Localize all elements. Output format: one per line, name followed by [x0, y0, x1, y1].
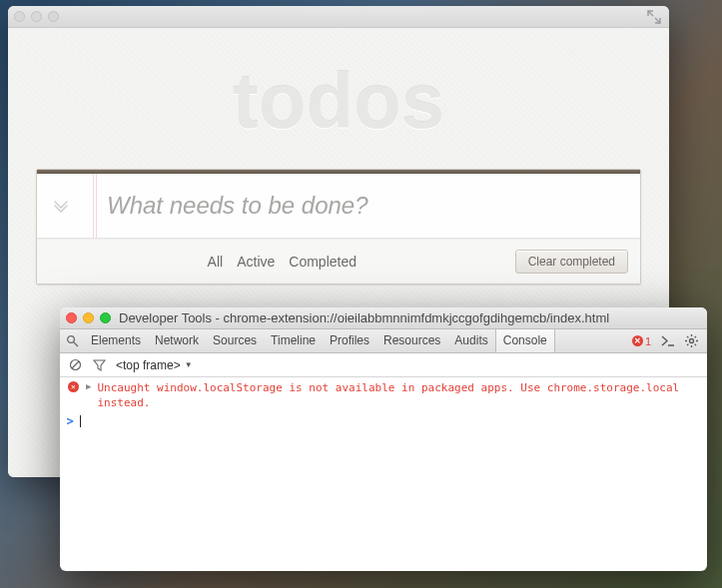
console-error-message: Uncaught window.localStorage is not avai… [97, 380, 699, 410]
filter-all[interactable]: All [208, 254, 224, 270]
window-controls [14, 11, 59, 22]
minimize-button[interactable] [31, 11, 42, 22]
error-icon: ✕ [68, 381, 80, 392]
devtools-titlebar[interactable]: Developer Tools - chrome-extension://oie… [60, 307, 707, 329]
console-error-row[interactable]: ✕ ▶ Uncaught window.localStorage is not … [60, 379, 707, 411]
app-titlebar[interactable] [8, 6, 669, 28]
tab-network[interactable]: Network [148, 329, 206, 352]
margin-rule [93, 174, 97, 238]
error-count: 1 [645, 335, 651, 347]
drawer-toggle-icon[interactable] [659, 333, 675, 349]
minimize-button[interactable] [83, 312, 94, 323]
tab-elements[interactable]: Elements [84, 329, 148, 352]
fullscreen-icon[interactable] [647, 10, 661, 24]
zoom-button[interactable] [48, 11, 59, 22]
frame-selector[interactable]: <top frame> ▼ [116, 358, 193, 372]
disclosure-triangle-icon[interactable]: ▶ [86, 381, 91, 391]
filter-completed[interactable]: Completed [289, 254, 357, 270]
todo-footer: All Active Completed Clear completed [37, 239, 640, 284]
todo-card: All Active Completed Clear completed [36, 169, 641, 285]
chevron-down-icon: ▼ [185, 360, 193, 369]
zoom-button[interactable] [100, 312, 111, 323]
settings-gear-icon[interactable] [683, 333, 699, 349]
devtools-window: Developer Tools - chrome-extension://oie… [60, 307, 707, 571]
tab-audits[interactable]: Audits [447, 329, 494, 352]
svg-line-10 [694, 336, 695, 337]
close-button[interactable] [14, 11, 25, 22]
close-button[interactable] [66, 312, 77, 323]
tab-resources[interactable]: Resources [376, 329, 447, 352]
window-controls [66, 312, 111, 323]
error-count-badge[interactable]: ✕ 1 [632, 335, 651, 347]
todo-input-row [37, 174, 640, 239]
search-icon[interactable] [64, 334, 80, 347]
clear-completed-button[interactable]: Clear completed [515, 250, 628, 274]
console-toolbar: <top frame> ▼ [60, 353, 707, 377]
svg-line-9 [687, 344, 688, 345]
console-output: ✕ ▶ Uncaught window.localStorage is not … [60, 377, 707, 432]
devtools-tabbar: Elements Network Sources Timeline Profil… [60, 329, 707, 353]
clear-console-icon[interactable] [68, 358, 82, 372]
toggle-all-icon[interactable] [37, 197, 85, 215]
svg-point-2 [689, 339, 693, 343]
devtools-window-title: Developer Tools - chrome-extension://oie… [119, 310, 701, 325]
svg-line-12 [72, 361, 79, 368]
frame-selector-label: <top frame> [116, 358, 181, 372]
console-prompt-row[interactable]: > [60, 411, 707, 430]
svg-point-0 [67, 336, 74, 343]
tab-profiles[interactable]: Profiles [323, 329, 376, 352]
new-todo-input[interactable] [85, 174, 640, 238]
prompt-icon: > [64, 414, 76, 428]
console-input[interactable] [80, 413, 699, 428]
filter-group: All Active Completed [49, 254, 515, 270]
error-icon: ✕ [632, 335, 643, 346]
tab-timeline[interactable]: Timeline [264, 329, 323, 352]
svg-line-8 [694, 344, 695, 345]
tab-console[interactable]: Console [495, 329, 555, 352]
svg-line-1 [74, 342, 78, 346]
filter-active[interactable]: Active [237, 254, 275, 270]
app-title: todos [36, 28, 641, 169]
filter-icon[interactable] [92, 358, 106, 372]
svg-line-7 [687, 336, 688, 337]
tab-sources[interactable]: Sources [206, 329, 264, 352]
